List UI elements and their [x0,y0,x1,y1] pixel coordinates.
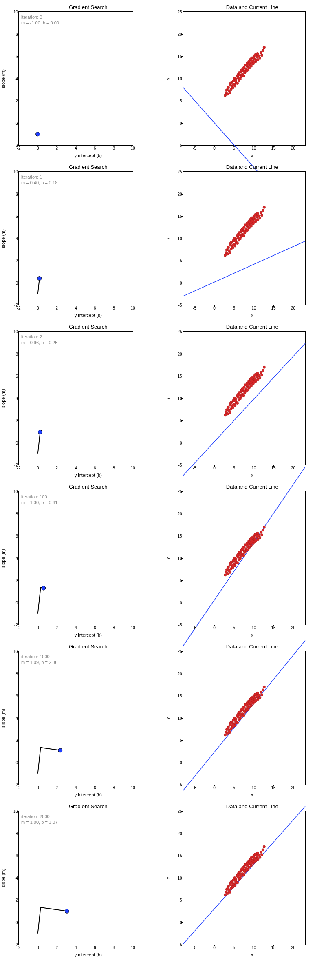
svg-point-467 [258,856,261,858]
svg-point-489 [254,858,257,861]
svg-point-114 [242,234,244,237]
svg-point-431 [236,881,238,884]
chart-title: Gradient Search [18,484,158,490]
svg-point-408 [255,695,258,697]
y-axis-label: slope (m) [1,709,6,728]
svg-point-475 [234,879,236,882]
svg-point-316 [243,550,245,552]
svg-point-267 [236,562,238,564]
svg-point-177 [231,406,233,409]
svg-point-409 [256,692,258,694]
x-ticks: -505101520 [183,626,305,631]
svg-point-254 [228,571,231,573]
svg-point-143 [263,206,265,208]
svg-point-226 [227,407,229,409]
svg-point-0 [36,132,40,136]
svg-point-311 [234,560,236,562]
x-ticks: -20246810 [19,785,133,791]
svg-point-90 [228,251,231,254]
data-line-chart: Data and Current Line-505101520-50510152… [168,644,322,797]
svg-point-164 [38,430,42,434]
svg-point-401 [248,701,251,703]
svg-point-59 [260,54,263,57]
plot-area: iteration: 1000m = 1.09, b = 2.36-202468… [18,651,133,785]
svg-point-147 [234,240,236,242]
x-axis-label: x [183,633,322,637]
x-axis-label: x [183,313,322,318]
svg-point-57 [258,57,261,59]
y-axis-label: y [165,557,170,560]
svg-point-229 [234,400,236,402]
gradient-search-chart: Gradient Searchiteration: 100m = 1.30, b… [4,484,158,637]
svg-point-407 [254,699,257,701]
svg-point-330 [224,734,226,736]
chart-title: Gradient Search [18,4,158,10]
plot-area: iteration: 1m = 0.40, b = 0.18-20246810-… [18,171,133,305]
x-axis-label: x [183,473,322,478]
svg-point-84 [224,254,226,257]
svg-point-155 [248,221,251,223]
svg-point-82 [37,277,42,281]
svg-point-161 [254,219,257,221]
svg-point-244 [255,375,258,378]
svg-point-65 [234,80,236,82]
svg-point-166 [224,414,226,416]
x-ticks: -20246810 [19,466,133,471]
svg-point-386 [260,691,262,693]
svg-point-404 [252,696,255,698]
svg-point-470 [262,849,264,851]
svg-point-333 [226,732,229,734]
svg-point-230 [236,394,239,396]
svg-point-385 [258,696,261,699]
chart-title: Gradient Search [18,803,158,810]
y-axis-label: slope (m) [1,869,6,887]
y-ticks: -20246810 [15,811,18,945]
plot-area: iteration: 100m = 1.30, b = 0.61-2024681… [18,491,133,625]
x-axis-label: y intercept (b) [18,633,158,637]
svg-point-70 [243,70,245,73]
svg-point-8 [228,91,231,94]
x-axis-label: y intercept (b) [18,473,158,478]
y-axis-label: y [165,397,170,400]
svg-point-397 [241,706,244,709]
svg-point-5 [226,93,229,95]
x-ticks: -505101520 [183,945,305,951]
svg-point-45 [250,65,252,67]
svg-point-141 [260,214,263,217]
svg-point-473 [229,881,231,884]
svg-point-103 [236,242,238,244]
x-axis-label: x [183,952,322,957]
svg-point-412 [224,894,226,896]
plot-area: -505101520-50510152025y [183,11,306,146]
svg-point-64 [231,84,234,86]
chart-title: Data and Current Line [183,324,322,330]
svg-point-319 [248,541,251,543]
svg-point-146 [231,244,234,246]
x-axis-label: x [183,153,322,158]
svg-point-310 [231,564,234,566]
chart-title: Gradient Search [18,164,158,170]
svg-point-87 [226,252,229,255]
y-ticks: -50510152025 [179,12,182,145]
svg-point-308 [227,566,229,569]
plot-area: -505101520-50510152025y [183,491,306,625]
svg-point-278 [242,554,244,557]
data-line-chart: Data and Current Line-505101520-50510152… [168,324,322,478]
plot-area: iteration: 2m = 0.96, b = 0.25-20246810-… [18,331,133,465]
svg-point-418 [228,891,231,893]
svg-point-477 [238,871,240,873]
svg-point-233 [241,387,244,389]
chart-title: Data and Current Line [183,644,322,650]
svg-point-67 [238,71,240,74]
svg-point-303 [258,536,261,539]
x-axis-label: y intercept (b) [18,792,158,797]
svg-point-336 [228,731,231,733]
svg-point-148 [236,234,239,237]
svg-point-243 [254,379,257,381]
svg-point-423 [231,886,233,888]
svg-point-163 [256,212,258,215]
svg-point-224 [262,369,264,372]
x-ticks: -20246810 [19,146,133,152]
y-ticks: -50510152025 [179,332,182,465]
plot-area: iteration: 2000m = 1.00, b = 3.07-202468… [18,811,133,945]
